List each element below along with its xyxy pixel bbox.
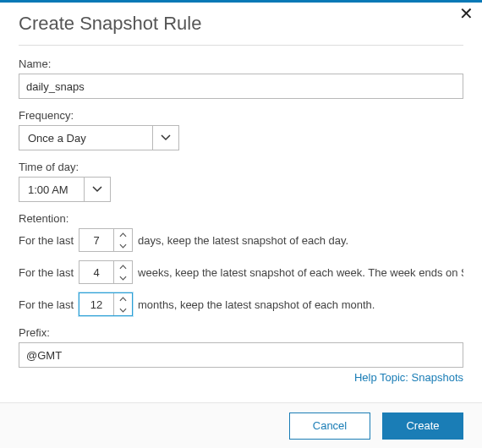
dialog-content: Create Snapshot Rule Name: Frequency: On… [0,3,482,384]
retention-months-stepper[interactable] [79,292,133,316]
frequency-selected: Once a Day [19,126,153,150]
cancel-button[interactable]: Cancel [289,412,370,440]
stepper-arrows[interactable] [113,229,132,251]
stepper-up[interactable] [114,229,132,240]
frequency-label: Frequency: [19,109,463,122]
frequency-caret[interactable] [153,126,178,150]
close-button[interactable]: ✕ [459,5,474,22]
create-button[interactable]: Create [382,412,463,440]
prefix-field: Prefix: [19,326,463,368]
retention-suffix: months, keep the latest snapshot of each… [138,298,463,311]
time-select[interactable]: 1:00 AM [19,177,111,202]
retention-suffix: weeks, keep the latest snapshot of each … [138,266,463,279]
chevron-up-icon [119,265,127,270]
stepper-down[interactable] [114,272,132,283]
stepper-up[interactable] [114,293,132,304]
retention-weeks-input[interactable] [79,261,113,283]
retention-row-days: For the last days, keep the latest snaps… [19,228,463,252]
retention-label: Retention: [19,212,463,225]
retention-prefix: For the last [19,298,74,311]
name-field: Name: [19,57,463,99]
chevron-down-icon [119,308,127,313]
retention-section: Retention: For the last days, keep the l… [19,212,463,316]
stepper-arrows[interactable] [113,261,132,283]
retention-prefix: For the last [19,266,74,279]
retention-weeks-stepper[interactable] [79,260,133,284]
name-input[interactable] [19,74,463,99]
name-label: Name: [19,57,463,70]
stepper-arrows[interactable] [113,293,132,315]
prefix-label: Prefix: [19,326,463,339]
stepper-down[interactable] [114,240,132,251]
time-field: Time of day: 1:00 AM [19,161,463,202]
help-link[interactable]: Help Topic: Snapshots [354,371,463,384]
help-link-row: Help Topic: Snapshots [19,371,463,384]
retention-row-months: For the last months, keep the latest sna… [19,292,463,316]
chevron-down-icon [119,276,127,281]
time-label: Time of day: [19,161,463,173]
chevron-up-icon [119,232,127,238]
frequency-select[interactable]: Once a Day [19,125,179,150]
divider [19,45,463,46]
prefix-input[interactable] [19,342,463,368]
frequency-field: Frequency: Once a Day [19,109,463,150]
stepper-up[interactable] [114,261,132,272]
chevron-up-icon [119,297,127,302]
time-caret[interactable] [85,178,110,201]
chevron-down-icon [161,133,171,143]
retention-days-input[interactable] [79,229,113,251]
chevron-down-icon [92,184,102,194]
retention-row-weeks: For the last weeks, keep the latest snap… [19,260,463,284]
retention-suffix: days, keep the latest snapshot of each d… [138,234,463,247]
retention-months-input[interactable] [79,293,113,315]
time-selected: 1:00 AM [19,178,85,201]
retention-days-stepper[interactable] [79,228,133,252]
dialog-footer: Cancel Create [0,402,482,448]
stepper-down[interactable] [114,304,132,315]
dialog-title: Create Snapshot Rule [19,13,463,35]
retention-prefix: For the last [19,234,74,247]
chevron-down-icon [119,243,127,249]
close-icon: ✕ [459,4,474,23]
